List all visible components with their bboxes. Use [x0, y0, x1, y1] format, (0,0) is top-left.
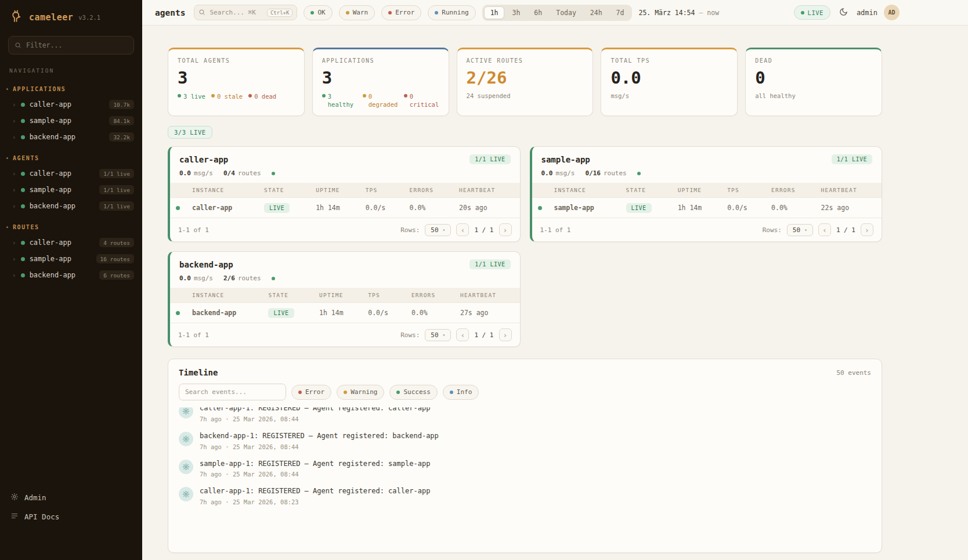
gear-icon: [10, 493, 19, 503]
timeline-event: sample-app-1: REGISTERED — Agent registe…: [168, 455, 882, 483]
prev-page-button[interactable]: ‹: [456, 328, 469, 341]
range-7d-button[interactable]: 7d: [610, 6, 631, 19]
section-header-routes[interactable]: ROUTES: [0, 221, 142, 234]
range-1h-button[interactable]: 1h: [484, 6, 505, 19]
timeline-title: Timeline: [179, 368, 218, 377]
stat-card-applications: APPLICATIONS 3 3 healthy 0 degraded 0 cr…: [312, 48, 449, 116]
section-header-agents[interactable]: AGENTS: [0, 152, 142, 165]
sidebar-item-admin[interactable]: Admin: [9, 488, 133, 507]
prev-page-button[interactable]: ‹: [818, 223, 831, 236]
sidebar-footer: Admin API Docs: [0, 482, 142, 560]
sidebar-item-caller-app-routes[interactable]: › caller-app 4 routes: [0, 234, 142, 251]
filter-chip-ok[interactable]: OK: [304, 5, 332, 20]
timeline-event-list[interactable]: caller-app-1: REGISTERED — Agent registe…: [168, 407, 882, 552]
time-range-segment: 1h 3h 6h Today 24h 7d: [482, 5, 633, 21]
dark-mode-toggle[interactable]: [837, 5, 850, 20]
state-badge: LIVE: [264, 203, 290, 213]
stat-card-active-routes: ACTIVE ROUTES 2/26 24 suspended: [457, 48, 594, 116]
sidebar-item-backend-app[interactable]: › backend-app 32.2k: [0, 129, 142, 145]
sidebar-item-label: sample-app: [30, 255, 92, 263]
table-row[interactable]: sample-app LIVE 1h 14m 0.0/s 0.0% 22s ag…: [532, 198, 882, 218]
col-heartbeat: HEARTBEAT: [454, 288, 520, 303]
avatar[interactable]: AD: [884, 5, 900, 20]
chevron-down-icon: ▾: [804, 227, 807, 233]
timeline-chip-warning[interactable]: Warning: [337, 385, 384, 400]
timeline-search-input[interactable]: [185, 388, 280, 396]
col-instance: INSTANCE: [186, 288, 262, 303]
next-page-button[interactable]: ›: [861, 223, 873, 236]
next-page-button[interactable]: ›: [499, 328, 512, 341]
status-dot: [21, 257, 25, 261]
sidebar-item-sample-app-routes[interactable]: › sample-app 16 routes: [0, 251, 142, 267]
timeline-chip-info[interactable]: Info: [443, 385, 479, 400]
live-status-pill[interactable]: LIVE: [794, 5, 830, 20]
page-indicator: 1 / 1: [474, 331, 493, 339]
stat-label: APPLICATIONS: [322, 57, 439, 64]
live-badge: 1/1 LIVE: [469, 154, 510, 164]
table-row[interactable]: caller-app LIVE 1h 14m 0.0/s 0.0% 20s ag…: [170, 198, 520, 218]
app-version: v3.2.1: [78, 14, 100, 21]
datetime-text: 25. März 14:54: [638, 9, 695, 17]
timeline-event: caller-app-1: REGISTERED — Agent registe…: [168, 407, 882, 427]
global-search-input[interactable]: [210, 9, 262, 16]
stat-meta-text: 3 healthy: [328, 92, 357, 109]
app-logo[interactable]: cameleer v3.2.1: [0, 0, 142, 30]
cell-instance: backend-app: [186, 303, 262, 323]
chip-label: Success: [403, 388, 430, 396]
page-indicator: 1 / 1: [836, 226, 855, 234]
app-card-title[interactable]: backend-app: [179, 260, 233, 269]
chevron-right-icon: ›: [12, 187, 16, 193]
range-3h-button[interactable]: 3h: [505, 6, 526, 19]
col-uptime: UPTIME: [310, 183, 360, 198]
sidebar-item-backend-app-agent[interactable]: › backend-app 1/1 live: [0, 198, 142, 214]
status-dot: [176, 206, 180, 210]
section-label: APPLICATIONS: [13, 86, 66, 92]
sidebar-item-badge: 84.1k: [109, 116, 134, 125]
success-dot-icon: [396, 391, 400, 394]
sidebar-item-label: sample-app: [30, 186, 95, 194]
rows-per-page-select[interactable]: 50 ▾: [425, 329, 451, 341]
table-row[interactable]: backend-app LIVE 1h 14m 0.0/s 0.0% 27s a…: [170, 303, 520, 323]
app-card-title[interactable]: caller-app: [179, 155, 228, 164]
sidebar-filter-input[interactable]: [26, 41, 128, 49]
range-6h-button[interactable]: 6h: [528, 6, 548, 19]
stat-label: TOTAL TPS: [611, 57, 728, 64]
time-range-display[interactable]: 25. März 14:54 — now: [638, 9, 719, 17]
app-card-title[interactable]: sample-app: [541, 155, 590, 164]
cell-instance: caller-app: [186, 198, 258, 218]
range-today-button[interactable]: Today: [550, 6, 583, 19]
main-area: TOTAL AGENTS 3 3 live 0 stale 0 dead APP…: [142, 26, 968, 560]
prev-page-button[interactable]: ‹: [456, 223, 469, 236]
global-search: Ctrl+K: [194, 5, 297, 20]
timeline-search: [179, 384, 286, 400]
rows-per-page-select[interactable]: 50 ▾: [425, 224, 451, 236]
health-dot-icon: [637, 172, 641, 175]
stat-meta-text: msg/s: [611, 92, 629, 99]
stat-label: DEAD: [755, 57, 872, 64]
sidebar-item-sample-app[interactable]: › sample-app 84.1k: [0, 113, 142, 129]
stat-value: 3: [322, 68, 439, 88]
section-header-applications[interactable]: APPLICATIONS: [0, 83, 142, 96]
camel-logo-icon: [9, 9, 24, 26]
timeline-chip-success[interactable]: Success: [389, 385, 437, 400]
sidebar-item-caller-app[interactable]: › caller-app 10.7k: [0, 96, 142, 113]
sidebar-item-caller-app-agent[interactable]: › caller-app 1/1 live: [0, 165, 142, 182]
status-dot: [21, 204, 25, 208]
status-dot: [21, 135, 25, 139]
sidebar-item-api-docs[interactable]: API Docs: [9, 507, 133, 526]
range-24h-button[interactable]: 24h: [584, 6, 609, 19]
rows-per-page-select[interactable]: 50 ▾: [787, 224, 813, 236]
filter-chip-running[interactable]: Running: [428, 5, 475, 20]
sidebar-item-backend-app-routes[interactable]: › backend-app 6 routes: [0, 267, 142, 283]
next-page-button[interactable]: ›: [499, 223, 512, 236]
degraded-dot-icon: [363, 94, 366, 97]
app-brand: cameleer: [29, 12, 73, 23]
filter-chip-error[interactable]: Error: [381, 5, 421, 20]
rate-unit: msg/s: [194, 169, 213, 177]
sidebar-item-sample-app-agent[interactable]: › sample-app 1/1 live: [0, 182, 142, 198]
rows-value: 50: [431, 331, 438, 339]
event-text: backend-app-1: REGISTERED — Agent regist…: [200, 432, 439, 441]
timeline-chip-error[interactable]: Error: [291, 385, 331, 400]
sidebar: cameleer v3.2.1 NAVIGATION APPLICATIONS …: [0, 0, 142, 560]
filter-chip-warn[interactable]: Warn: [339, 5, 375, 20]
